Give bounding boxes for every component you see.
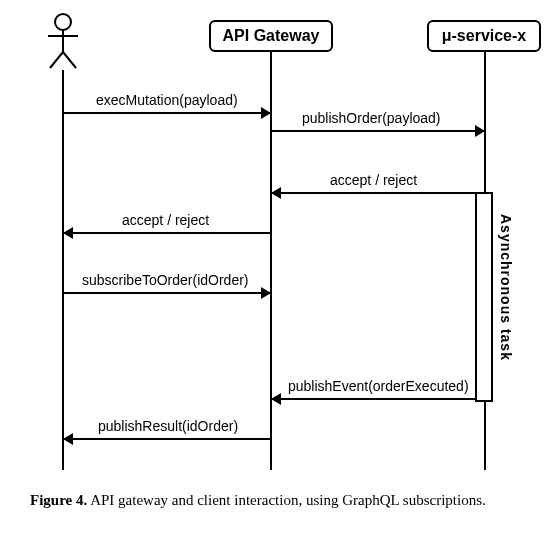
msg-label-subscribe: subscribeToOrder(idOrder)	[82, 272, 249, 288]
lifeline-client	[62, 70, 64, 470]
arrow-subscribe	[64, 292, 270, 294]
arrow-publishevent	[272, 398, 475, 400]
arrow-publishresult	[64, 438, 270, 440]
arrow-publishorder	[272, 130, 484, 132]
arrow-execmutation	[64, 112, 270, 114]
arrow-accept-reject-2	[64, 232, 270, 234]
msg-label-accept-reject-1: accept / reject	[330, 172, 417, 188]
msg-label-accept-reject-2: accept / reject	[122, 212, 209, 228]
msg-label-publishresult: publishResult(idOrder)	[98, 418, 238, 434]
arrow-accept-reject-1	[272, 192, 475, 194]
activation-label: Asynchronous task	[498, 214, 514, 361]
caption-lead: Figure 4.	[30, 492, 87, 508]
activation-service	[475, 192, 493, 402]
msg-label-execmutation: execMutation(payload)	[96, 92, 238, 108]
actor-icon	[44, 12, 82, 70]
msg-label-publishevent: publishEvent(orderExecuted)	[288, 378, 469, 394]
participant-service: μ-service-x	[427, 20, 541, 52]
svg-line-4	[63, 52, 76, 68]
figure-caption: Figure 4. API gateway and client interac…	[30, 490, 535, 510]
svg-line-3	[50, 52, 63, 68]
caption-text: API gateway and client interaction, usin…	[87, 492, 486, 508]
sequence-diagram: API Gateway μ-service-x Asynchronous tas…	[0, 0, 559, 544]
participant-gateway: API Gateway	[209, 20, 333, 52]
svg-point-0	[55, 14, 71, 30]
msg-label-publishorder: publishOrder(payload)	[302, 110, 441, 126]
